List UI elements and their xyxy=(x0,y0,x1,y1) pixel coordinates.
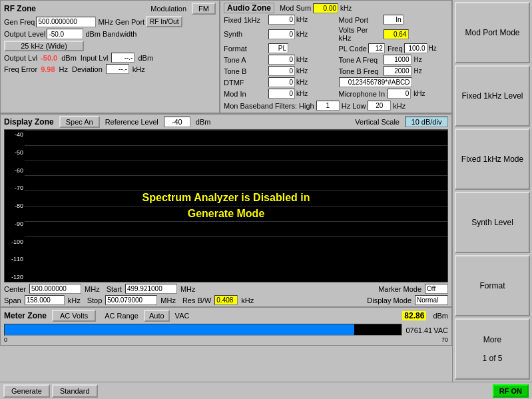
tone-a-freq-input[interactable] xyxy=(384,55,411,65)
mod-port-mode-button[interactable]: Mod Port Mode xyxy=(455,2,530,63)
tone-a-freq-unit: Hz xyxy=(414,56,422,63)
modulation-label: Modulation xyxy=(150,5,186,13)
output-lvl-value: -50.0 xyxy=(41,54,57,62)
freq-error-value: 9.98 xyxy=(41,65,55,73)
res-bw-input[interactable] xyxy=(214,295,238,305)
format-button[interactable]: Format xyxy=(455,255,530,316)
mic-in-unit: kHz xyxy=(413,90,425,97)
tone-a-input[interactable] xyxy=(268,55,295,65)
ref-level-input[interactable] xyxy=(164,117,190,127)
format-input[interactable] xyxy=(268,43,288,53)
more-line2: 1 of 5 xyxy=(482,354,502,363)
vert-scale-input[interactable] xyxy=(405,117,448,127)
synth-label: Synth xyxy=(224,30,267,38)
dtmf-code-input[interactable] xyxy=(339,77,412,87)
mod-in-input[interactable] xyxy=(268,89,295,99)
output-lvl-unit: dBm xyxy=(61,54,77,62)
stop-input[interactable] xyxy=(105,295,157,305)
res-bw-label: Res B/W xyxy=(182,296,211,304)
res-bw-unit: kHz xyxy=(241,296,254,304)
more-line1: More xyxy=(482,335,502,344)
y-label-110: -110 xyxy=(5,256,25,262)
modulation-button[interactable]: FM xyxy=(192,3,216,15)
synth-level-button[interactable]: Synth Level xyxy=(455,192,530,253)
display-zone-title: Display Zone xyxy=(4,117,54,127)
bandwidth-button[interactable]: 25 kHz (Wide) xyxy=(4,41,84,51)
meter-scale-min: 0 xyxy=(4,336,7,343)
spectrum-message-line2: Generate Mode xyxy=(142,206,310,222)
rf-on-button[interactable]: RF ON xyxy=(493,384,529,398)
gen-port-button[interactable]: RF In/Out xyxy=(146,16,182,27)
mod-port-input[interactable] xyxy=(384,15,403,25)
y-label-70: -70 xyxy=(5,185,25,191)
standard-button[interactable]: Standard xyxy=(52,384,98,398)
low-unit: kHz xyxy=(393,102,405,110)
more-button[interactable]: More 1 of 5 xyxy=(455,318,530,380)
input-lvl-input[interactable] xyxy=(111,53,134,63)
start-input[interactable] xyxy=(125,284,177,294)
y-label-50: -50 xyxy=(5,149,25,156)
fixed-1khz-unit: kHz xyxy=(296,16,313,23)
gen-port-label: Gen Port xyxy=(115,18,144,26)
gen-freq-input[interactable] xyxy=(36,17,96,27)
audio-zone: Audio Zone Mod Sum kHz Fixed 1kHz kHz xyxy=(220,0,452,113)
pl-code-input[interactable] xyxy=(368,43,385,53)
grid-line-7 xyxy=(25,221,447,236)
spectrum-message-line1: Spectrum Analyzer is Disabled in xyxy=(142,190,310,206)
rf-zone-title: RF Zone xyxy=(4,4,147,13)
mic-in-input[interactable] xyxy=(388,89,411,99)
fixed-1khz-mode-button[interactable]: Fixed 1kHz Mode xyxy=(455,129,530,190)
fixed-1khz-level-button[interactable]: Fixed 1kHz Level xyxy=(455,65,530,127)
mod-sum-input[interactable] xyxy=(313,3,338,13)
center-input[interactable] xyxy=(29,284,81,294)
ac-range-label: AC Range xyxy=(105,312,138,320)
spec-an-button[interactable]: Spec An xyxy=(59,116,100,128)
ac-volts-button[interactable]: AC Volts xyxy=(52,310,96,322)
meter-bar-unit: VAC xyxy=(433,326,448,334)
marker-mode-label: Marker Mode xyxy=(378,285,421,293)
ac-range-value[interactable]: Auto xyxy=(144,310,170,322)
low-filter-input[interactable] xyxy=(368,101,391,111)
display-mode-input[interactable] xyxy=(415,295,448,305)
span-input[interactable] xyxy=(25,295,65,305)
output-level-input[interactable] xyxy=(47,29,83,39)
y-label-100: -100 xyxy=(5,238,25,245)
meter-zone-title: Meter Zone xyxy=(4,311,47,320)
synth-input[interactable] xyxy=(268,29,295,39)
low-label: Low xyxy=(352,102,366,110)
fixed-1khz-input[interactable] xyxy=(268,15,295,25)
marker-mode-input[interactable] xyxy=(425,284,448,294)
rf-zone: RF Zone Modulation FM Gen Freq MHz Gen P… xyxy=(0,0,220,113)
grid-line-2 xyxy=(25,145,447,161)
mic-in-label: Microphone In xyxy=(339,90,386,98)
start-unit: MHz xyxy=(180,285,196,293)
generate-button[interactable]: Generate xyxy=(3,384,50,398)
audio-zone-title: Audio Zone xyxy=(224,3,274,13)
y-label-120: -120 xyxy=(5,274,25,280)
mod-port-label: Mod Port xyxy=(339,16,382,24)
y-label-80: -80 xyxy=(5,202,25,209)
span-label: Span xyxy=(4,296,21,304)
bandwidth-label: Bandwidth xyxy=(103,30,136,38)
center-unit: MHz xyxy=(85,285,100,293)
tone-b-input[interactable] xyxy=(268,66,295,76)
high-filter-input[interactable] xyxy=(316,101,340,111)
display-zone: Display Zone Spec An Reference Level dBm… xyxy=(0,114,452,307)
grid-line-1 xyxy=(25,130,447,145)
spectrum-bottom: Center MHz Start MHz Marker Mode xyxy=(4,284,448,294)
tone-a-freq-label: Tone A Freq xyxy=(339,56,382,64)
deviation-input[interactable] xyxy=(106,64,129,74)
freq-value-input[interactable] xyxy=(404,43,427,53)
display-mode-label: Display Mode xyxy=(367,296,411,304)
input-lvl-unit: dBm xyxy=(138,54,153,62)
meter-reading-unit: dBm xyxy=(433,312,448,320)
format-label: Format xyxy=(224,45,267,53)
freq-error-unit: Hz xyxy=(59,65,68,73)
meter-bar-value: 0761.41 xyxy=(405,326,432,334)
freq-unit2: Hz xyxy=(429,45,437,52)
dtmf-input[interactable] xyxy=(268,77,295,87)
output-level-unit: dBm xyxy=(85,30,101,38)
tone-b-freq-input[interactable] xyxy=(384,66,411,76)
volts-per-khz-input[interactable] xyxy=(384,29,409,39)
y-label-60: -60 xyxy=(5,167,25,174)
